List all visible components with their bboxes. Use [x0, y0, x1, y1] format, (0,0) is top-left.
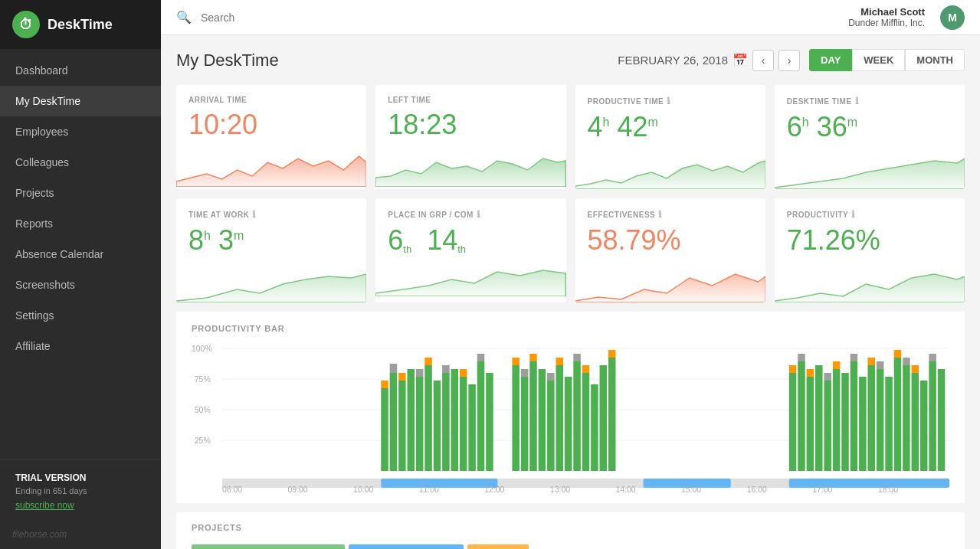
svg-text:50%: 50%	[195, 405, 211, 414]
sidebar-item-screenshots[interactable]: Screenshots	[0, 270, 161, 300]
svg-rect-31	[477, 354, 485, 361]
time-at-work-value: 8h 3m	[188, 224, 354, 257]
sidebar-item-employees[interactable]: Employees	[0, 116, 161, 147]
search-input[interactable]	[201, 11, 839, 24]
svg-rect-22	[424, 358, 432, 365]
svg-rect-45	[573, 361, 581, 471]
place-in-grp-value: 6th 14th	[388, 224, 553, 257]
avatar: M	[940, 5, 965, 30]
content-area: My DeskTime FEBRUARY 26, 2018 📅 ‹ › DAY …	[161, 35, 980, 549]
productivity-bar-chart: 100% 75% 50% 25%	[192, 342, 949, 495]
user-company: Dunder Mifflin, Inc.	[848, 18, 925, 28]
svg-rect-76	[903, 358, 910, 365]
svg-rect-95	[349, 544, 464, 549]
trial-section: TRIAL VERSION Ending in 651 days subscri…	[0, 459, 161, 523]
arrival-time-chart	[176, 147, 366, 187]
svg-rect-67	[859, 377, 867, 471]
svg-rect-57	[807, 377, 814, 471]
svg-rect-64	[841, 373, 849, 471]
svg-rect-34	[512, 358, 519, 365]
user-info: Michael Scott Dunder Mifflin, Inc.	[848, 6, 925, 28]
left-time-value: 18:23	[388, 109, 553, 141]
svg-rect-12	[381, 388, 388, 471]
prev-date-button[interactable]: ‹	[752, 50, 774, 71]
calendar-icon[interactable]: 📅	[733, 53, 748, 67]
svg-text:15:00: 15:00	[681, 485, 701, 494]
place-in-grp-info-icon: ℹ	[477, 209, 481, 220]
app-name: DeskTime	[48, 17, 113, 33]
svg-rect-96	[467, 544, 529, 549]
svg-rect-82	[938, 369, 946, 471]
productivity-chart	[775, 263, 965, 302]
svg-rect-51	[608, 358, 616, 471]
svg-rect-36	[521, 369, 529, 377]
watermark: filehorse.com	[0, 523, 161, 549]
productive-time-label: PRODUCTIVE TIME ℹ	[588, 96, 753, 106]
sidebar-item-colleagues[interactable]: Colleagues	[0, 147, 161, 178]
svg-rect-15	[390, 364, 398, 373]
productivity-bar-title: PRODUCTIVITY BAR	[192, 324, 949, 333]
svg-rect-30	[477, 361, 485, 471]
svg-rect-44	[565, 377, 572, 471]
place-in-grp-card: PLACE IN GRP / COM ℹ 6th 14th	[375, 198, 565, 302]
trial-sub: Ending in 651 days	[15, 486, 146, 495]
arrival-time-value: 10:20	[188, 109, 354, 141]
period-month-button[interactable]: MONTH	[905, 49, 965, 71]
left-time-chart	[375, 147, 565, 187]
desktime-time-chart	[775, 149, 965, 189]
sidebar-item-my-desktime[interactable]: My DeskTime	[0, 86, 161, 116]
colleagues-label: Colleagues	[15, 156, 69, 168]
svg-rect-71	[877, 361, 884, 369]
svg-rect-50	[600, 365, 608, 471]
sidebar-item-settings[interactable]: Settings	[0, 300, 161, 331]
left-time-label: LEFT TIME	[388, 96, 553, 104]
projects-chart	[192, 541, 949, 549]
svg-rect-27	[460, 377, 467, 471]
time-at-work-card: TIME AT WORK ℹ 8h 3m	[176, 198, 366, 302]
svg-rect-40	[547, 381, 555, 471]
svg-rect-63	[833, 361, 841, 369]
svg-rect-66	[851, 354, 858, 361]
sidebar-item-affiliate[interactable]: Affiliate	[0, 331, 161, 361]
svg-rect-52	[608, 350, 616, 358]
productivity-info-icon: ℹ	[851, 209, 856, 220]
sidebar-item-absence-calendar[interactable]: Absence Calendar	[0, 239, 161, 270]
sidebar-item-dashboard[interactable]: Dashboard	[0, 55, 161, 86]
svg-rect-69	[867, 358, 875, 365]
svg-text:16:00: 16:00	[747, 485, 767, 494]
svg-rect-74	[894, 350, 902, 358]
effectiveness-label: EFFECTIVENESS ℹ	[588, 209, 753, 220]
svg-rect-65	[851, 361, 858, 471]
svg-rect-29	[468, 384, 476, 471]
subscribe-link[interactable]: subscribe now	[15, 500, 74, 511]
time-at-work-label: TIME AT WORK ℹ	[188, 209, 354, 220]
svg-rect-23	[434, 381, 441, 471]
svg-text:13:00: 13:00	[550, 485, 570, 494]
productive-time-info-icon: ℹ	[667, 96, 671, 106]
svg-rect-55	[798, 361, 805, 471]
app-logo: ⏱ DeskTime	[0, 0, 161, 49]
svg-text:18:00: 18:00	[878, 485, 898, 494]
next-date-button[interactable]: ›	[778, 50, 800, 71]
svg-rect-48	[582, 365, 590, 373]
page-title: My DeskTime	[176, 51, 608, 70]
svg-rect-47	[582, 373, 590, 471]
desktime-time-value: 6h 36m	[787, 111, 952, 143]
date-nav: FEBRUARY 26, 2018 📅 ‹ ›	[618, 50, 800, 71]
svg-rect-77	[912, 373, 919, 471]
sidebar-item-projects[interactable]: Projects	[0, 178, 161, 208]
period-week-button[interactable]: WEEK	[852, 49, 905, 71]
svg-text:11:00: 11:00	[419, 485, 439, 494]
svg-rect-37	[529, 361, 537, 471]
settings-label: Settings	[15, 309, 54, 322]
period-day-button[interactable]: DAY	[809, 49, 852, 71]
productivity-value: 71.26%	[787, 224, 952, 257]
svg-rect-61	[824, 373, 831, 381]
sidebar-item-reports[interactable]: Reports	[0, 208, 161, 239]
my-desktime-label: My DeskTime	[15, 95, 80, 107]
svg-rect-35	[521, 377, 529, 471]
arrival-time-label: ARRIVAL TIME	[188, 96, 354, 104]
svg-rect-78	[912, 365, 919, 373]
effectiveness-info-icon: ℹ	[658, 209, 663, 220]
arrival-time-card: ARRIVAL TIME 10:20	[176, 85, 366, 189]
